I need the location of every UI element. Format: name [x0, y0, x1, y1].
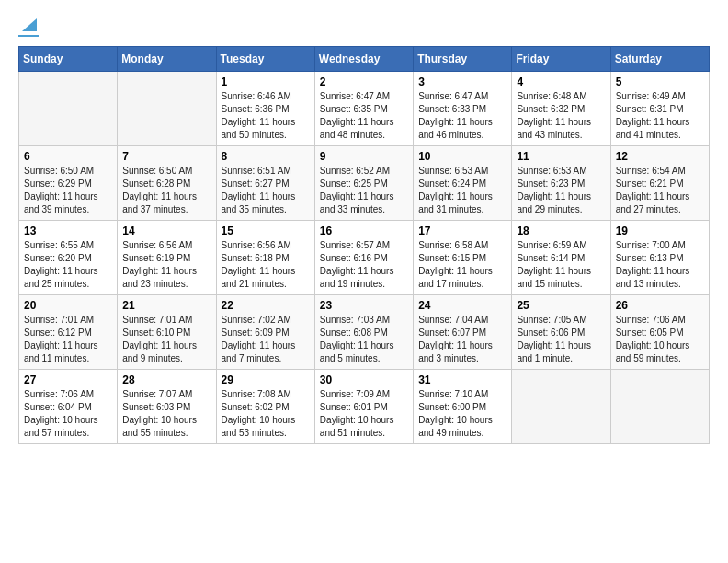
cell-content: Sunrise: 6:59 AMSunset: 6:14 PMDaylight:…	[517, 239, 605, 291]
day-number: 15	[222, 224, 310, 237]
cell-content: Sunrise: 6:51 AMSunset: 6:27 PMDaylight:…	[222, 165, 310, 216]
calendar-week-row: 20Sunrise: 7:01 AMSunset: 6:12 PMDayligh…	[19, 295, 710, 370]
calendar-cell: 11Sunrise: 6:53 AMSunset: 6:23 PMDayligh…	[512, 146, 610, 221]
calendar-cell: 28Sunrise: 7:07 AMSunset: 6:03 PMDayligh…	[118, 370, 216, 444]
day-number: 22	[222, 299, 310, 312]
calendar-cell: 31Sunrise: 7:10 AMSunset: 6:00 PMDayligh…	[414, 370, 512, 444]
day-number: 21	[122, 299, 210, 312]
cell-content: Sunrise: 6:48 AMSunset: 6:32 PMDaylight:…	[517, 90, 605, 142]
calendar-cell: 12Sunrise: 6:54 AMSunset: 6:21 PMDayligh…	[610, 146, 709, 221]
calendar-cell: 17Sunrise: 6:58 AMSunset: 6:15 PMDayligh…	[414, 221, 512, 295]
calendar-cell: 27Sunrise: 7:06 AMSunset: 6:04 PMDayligh…	[19, 370, 118, 444]
cell-content: Sunrise: 7:03 AMSunset: 6:08 PMDaylight:…	[320, 314, 408, 365]
day-number: 20	[24, 299, 112, 312]
calendar-cell: 1Sunrise: 6:46 AMSunset: 6:36 PMDaylight…	[216, 72, 314, 146]
cell-content: Sunrise: 7:02 AMSunset: 6:09 PMDaylight:…	[222, 314, 310, 365]
calendar-cell: 16Sunrise: 6:57 AMSunset: 6:16 PMDayligh…	[314, 221, 413, 295]
calendar-week-row: 13Sunrise: 6:55 AMSunset: 6:20 PMDayligh…	[19, 221, 710, 295]
calendar-cell: 30Sunrise: 7:09 AMSunset: 6:01 PMDayligh…	[314, 370, 413, 444]
cell-content: Sunrise: 7:07 AMSunset: 6:03 PMDaylight:…	[122, 388, 210, 440]
day-number: 12	[616, 150, 704, 163]
cell-content: Sunrise: 7:06 AMSunset: 6:05 PMDaylight:…	[616, 314, 704, 365]
calendar-cell: 20Sunrise: 7:01 AMSunset: 6:12 PMDayligh…	[19, 295, 118, 370]
day-number: 30	[320, 373, 408, 386]
calendar-cell: 23Sunrise: 7:03 AMSunset: 6:08 PMDayligh…	[314, 295, 413, 370]
day-number: 28	[122, 373, 210, 386]
day-number: 7	[122, 150, 210, 163]
calendar-cell: 18Sunrise: 6:59 AMSunset: 6:14 PMDayligh…	[512, 221, 610, 295]
cell-content: Sunrise: 6:49 AMSunset: 6:31 PMDaylight:…	[616, 90, 704, 142]
calendar-cell: 13Sunrise: 6:55 AMSunset: 6:20 PMDayligh…	[19, 221, 118, 295]
calendar-cell	[19, 72, 118, 146]
cell-content: Sunrise: 6:47 AMSunset: 6:33 PMDaylight:…	[418, 90, 506, 142]
calendar-table: SundayMondayTuesdayWednesdayThursdayFrid…	[18, 46, 710, 444]
calendar-week-row: 6Sunrise: 6:50 AMSunset: 6:29 PMDaylight…	[19, 146, 710, 221]
calendar-cell	[610, 370, 709, 444]
day-number: 13	[24, 224, 112, 237]
day-number: 25	[517, 299, 605, 312]
day-number: 11	[517, 150, 605, 163]
header-monday: Monday	[118, 47, 216, 72]
cell-content: Sunrise: 6:50 AMSunset: 6:29 PMDaylight:…	[24, 165, 112, 216]
day-number: 4	[517, 75, 605, 88]
calendar-cell: 10Sunrise: 6:53 AMSunset: 6:24 PMDayligh…	[414, 146, 512, 221]
header-thursday: Thursday	[414, 47, 512, 72]
calendar-cell: 7Sunrise: 6:50 AMSunset: 6:28 PMDaylight…	[118, 146, 216, 221]
cell-content: Sunrise: 6:50 AMSunset: 6:28 PMDaylight:…	[122, 165, 210, 216]
day-number: 17	[418, 224, 506, 237]
day-number: 26	[616, 299, 704, 312]
day-number: 29	[222, 373, 310, 386]
calendar-cell: 25Sunrise: 7:05 AMSunset: 6:06 PMDayligh…	[512, 295, 610, 370]
cell-content: Sunrise: 7:06 AMSunset: 6:04 PMDaylight:…	[24, 388, 112, 440]
cell-content: Sunrise: 6:54 AMSunset: 6:21 PMDaylight:…	[616, 165, 704, 216]
cell-content: Sunrise: 6:46 AMSunset: 6:36 PMDaylight:…	[222, 90, 310, 142]
calendar-cell: 14Sunrise: 6:56 AMSunset: 6:19 PMDayligh…	[118, 221, 216, 295]
cell-content: Sunrise: 6:55 AMSunset: 6:20 PMDaylight:…	[24, 239, 112, 291]
cell-content: Sunrise: 7:09 AMSunset: 6:01 PMDaylight:…	[320, 388, 408, 440]
day-number: 16	[320, 224, 408, 237]
calendar-cell: 5Sunrise: 6:49 AMSunset: 6:31 PMDaylight…	[610, 72, 709, 146]
day-number: 8	[222, 150, 310, 163]
day-number: 27	[24, 373, 112, 386]
calendar-cell: 24Sunrise: 7:04 AMSunset: 6:07 PMDayligh…	[414, 295, 512, 370]
calendar-cell	[118, 72, 216, 146]
cell-content: Sunrise: 6:58 AMSunset: 6:15 PMDaylight:…	[418, 239, 506, 291]
header-sunday: Sunday	[19, 47, 118, 72]
calendar-cell: 29Sunrise: 7:08 AMSunset: 6:02 PMDayligh…	[216, 370, 314, 444]
svg-marker-0	[22, 18, 37, 31]
day-number: 2	[320, 75, 408, 88]
calendar-cell: 6Sunrise: 6:50 AMSunset: 6:29 PMDaylight…	[19, 146, 118, 221]
calendar-cell: 2Sunrise: 6:47 AMSunset: 6:35 PMDaylight…	[314, 72, 413, 146]
calendar-cell: 8Sunrise: 6:51 AMSunset: 6:27 PMDaylight…	[216, 146, 314, 221]
calendar-cell: 4Sunrise: 6:48 AMSunset: 6:32 PMDaylight…	[512, 72, 610, 146]
page-header	[18, 18, 710, 37]
day-number: 6	[24, 150, 112, 163]
cell-content: Sunrise: 6:56 AMSunset: 6:19 PMDaylight:…	[122, 239, 210, 291]
cell-content: Sunrise: 7:04 AMSunset: 6:07 PMDaylight:…	[418, 314, 506, 365]
header-friday: Friday	[512, 47, 610, 72]
calendar-cell: 19Sunrise: 7:00 AMSunset: 6:13 PMDayligh…	[610, 221, 709, 295]
header-tuesday: Tuesday	[216, 47, 314, 72]
cell-content: Sunrise: 6:53 AMSunset: 6:23 PMDaylight:…	[517, 165, 605, 216]
calendar-header-row: SundayMondayTuesdayWednesdayThursdayFrid…	[19, 47, 710, 72]
calendar-cell	[512, 370, 610, 444]
day-number: 1	[222, 75, 310, 88]
day-number: 3	[418, 75, 506, 88]
calendar-cell: 22Sunrise: 7:02 AMSunset: 6:09 PMDayligh…	[216, 295, 314, 370]
day-number: 14	[122, 224, 210, 237]
cell-content: Sunrise: 7:08 AMSunset: 6:02 PMDaylight:…	[222, 388, 310, 440]
day-number: 19	[616, 224, 704, 237]
cell-content: Sunrise: 7:01 AMSunset: 6:12 PMDaylight:…	[24, 314, 112, 365]
cell-content: Sunrise: 7:00 AMSunset: 6:13 PMDaylight:…	[616, 239, 704, 291]
day-number: 10	[418, 150, 506, 163]
calendar-cell: 3Sunrise: 6:47 AMSunset: 6:33 PMDaylight…	[414, 72, 512, 146]
calendar-cell: 26Sunrise: 7:06 AMSunset: 6:05 PMDayligh…	[610, 295, 709, 370]
header-saturday: Saturday	[610, 47, 709, 72]
day-number: 18	[517, 224, 605, 237]
day-number: 5	[616, 75, 704, 88]
day-number: 9	[320, 150, 408, 163]
cell-content: Sunrise: 6:56 AMSunset: 6:18 PMDaylight:…	[222, 239, 310, 291]
cell-content: Sunrise: 7:05 AMSunset: 6:06 PMDaylight:…	[517, 314, 605, 365]
calendar-week-row: 1Sunrise: 6:46 AMSunset: 6:36 PMDaylight…	[19, 72, 710, 146]
cell-content: Sunrise: 7:10 AMSunset: 6:00 PMDaylight:…	[418, 388, 506, 440]
